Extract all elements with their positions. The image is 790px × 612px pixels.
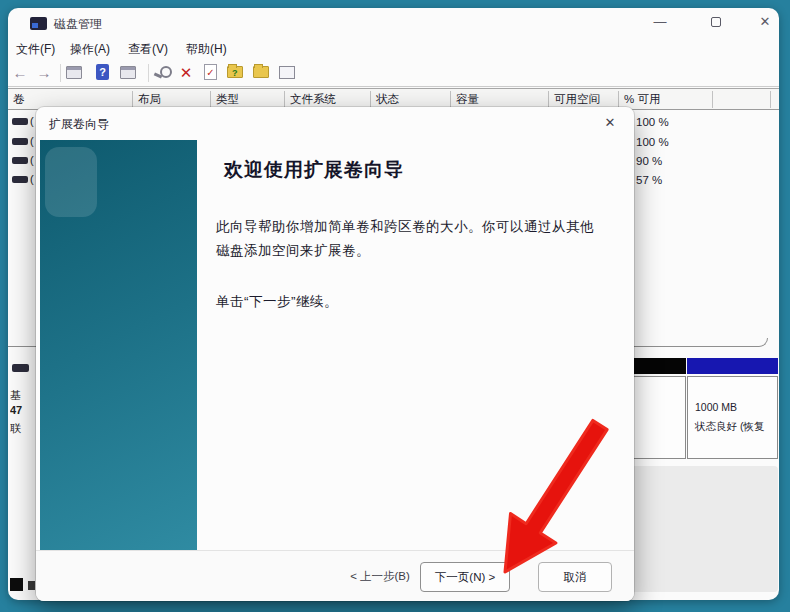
wizard-sidebar-graphic [40,140,197,550]
legend-unallocated-icon [10,578,23,591]
titlebar: 磁盘管理 — ✕ [8,8,779,38]
percent-free-value: 90 % [636,155,662,167]
toolbar-separator [60,64,61,82]
volume-icon [12,157,28,164]
column-separator [770,91,771,108]
dialog-close-icon[interactable]: ✕ [598,112,622,134]
disk-view-empty-band [624,466,778,592]
partition-unallocated[interactable] [628,358,686,459]
menu-bar: 文件(F) 操作(A) 查看(V) 帮助(H) [8,38,779,60]
column-separator [618,91,619,108]
column-volume[interactable]: 卷 [13,92,25,107]
column-separator [450,91,451,108]
menu-file[interactable]: 文件(F) [12,40,59,59]
wizard-body-text: 此向导帮助你增加简单卷和跨区卷的大小。你可以通过从其他 磁盘添加空间来扩展卷。 [216,215,594,263]
delete-icon[interactable]: ✕ [176,63,196,83]
volume-icon [12,118,28,125]
percent-free-value: 100 % [636,136,669,148]
toolbar-separator [148,64,149,82]
folder-help-icon[interactable]: ? [227,66,243,78]
wizard-body-line2: 磁盘添加空间来扩展卷。 [216,239,594,263]
close-button[interactable]: ✕ [745,10,785,34]
disk-icon [12,364,29,372]
partition-bar-blue [687,358,778,374]
volume-icon [12,138,28,145]
dialog-title: 扩展卷向导 [49,116,109,133]
column-separator [712,91,713,108]
wizard-body-line1: 此向导帮助你增加简单卷和跨区卷的大小。你可以通过从其他 [216,215,594,239]
column-filesystem[interactable]: 文件系统 [290,92,336,107]
frame-icon[interactable] [279,66,295,79]
cancel-button[interactable]: 取消 [538,562,612,592]
folder-icon[interactable] [253,66,269,78]
column-separator [284,91,285,108]
column-separator [370,91,371,108]
magnifier-icon[interactable] [154,66,170,80]
window-title: 磁盘管理 [54,16,102,33]
wizard-footer: < 上一步(B) 下一页(N) > 取消 [36,550,634,601]
volume-name-fragment: ( [30,154,34,166]
partition-body [628,376,686,459]
maximize-icon [711,17,721,27]
back-button[interactable]: < 上一步(B) [342,562,418,592]
column-percent-free[interactable]: % 可用 [624,92,660,107]
column-layout[interactable]: 布局 [138,92,161,107]
column-separator [132,91,133,108]
partition-size: 1000 MB [695,401,777,413]
next-button[interactable]: 下一页(N) > [420,562,510,592]
maximize-button[interactable] [696,10,736,34]
minimize-button[interactable]: — [640,10,680,34]
wizard-heading: 欢迎使用扩展卷向导 [224,157,404,183]
column-separator [548,91,549,108]
partition-recovery[interactable]: 1000 MB 状态良好 (恢复 [687,358,778,459]
partition-status: 状态良好 (恢复 [695,420,777,434]
volume-name-fragment: ( [30,135,34,147]
back-icon[interactable]: ← [10,63,30,83]
column-capacity[interactable]: 容量 [456,92,479,107]
volume-icon [12,176,28,183]
properties-icon[interactable] [120,66,136,79]
volume-name-fragment: ( [30,173,34,185]
legend-text-fragment [28,581,35,590]
volume-name-fragment: ( [30,115,34,127]
column-status[interactable]: 状态 [376,92,399,107]
menu-view[interactable]: 查看(V) [124,40,172,59]
wizard-continue-text: 单击“下一步”继续。 [216,293,338,311]
console-tree-icon[interactable] [66,66,82,79]
forward-icon[interactable]: → [34,63,54,83]
document-check-icon[interactable]: ✓ [204,64,217,80]
screenshot-root: 磁盘管理 — ✕ 文件(F) 操作(A) 查看(V) 帮助(H) ← → ? ✕… [0,0,790,612]
partition-bar-black [628,358,686,374]
toolbar: ← → ? ✕ ✓ ? [8,60,779,87]
column-type[interactable]: 类型 [216,92,239,107]
percent-free-value: 100 % [636,116,669,128]
menu-action[interactable]: 操作(A) [66,40,114,59]
folder-help-mark: ? [232,67,238,79]
help-icon[interactable]: ? [96,64,109,80]
sidebar-decoration [45,147,97,217]
percent-free-value: 57 % [636,174,662,186]
extend-volume-wizard-dialog: 扩展卷向导 ✕ 欢迎使用扩展卷向导 此向导帮助你增加简单卷和跨区卷的大小。你可以… [36,107,634,601]
column-free-space[interactable]: 可用空间 [554,92,600,107]
column-separator [210,91,211,108]
menu-help[interactable]: 帮助(H) [182,40,231,59]
disk-management-app-icon [30,17,47,30]
